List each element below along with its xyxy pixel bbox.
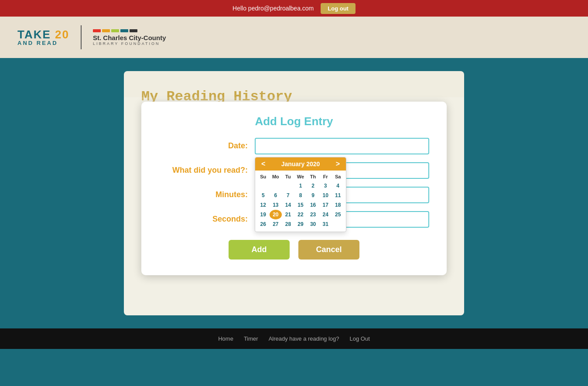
top-bar: Hello pedro@pedroalbea.com Log out bbox=[0, 0, 588, 17]
cal-day-4-6 bbox=[332, 219, 344, 229]
cal-day-1-0[interactable]: 5 bbox=[257, 191, 270, 200]
calendar-grid: Su Mo Tu We Th Fr Sa 1234567891011121314… bbox=[255, 171, 346, 232]
cal-next-button[interactable]: > bbox=[334, 160, 342, 168]
modal-overlay: Add Log Entry Date: < January 2020 > bbox=[124, 97, 464, 315]
cal-day-4-1[interactable]: 27 bbox=[270, 219, 282, 229]
cal-day-1-5[interactable]: 10 bbox=[319, 191, 332, 200]
content-card: My Reading History Add Log Entry Date: <… bbox=[124, 71, 464, 315]
color-block-orange bbox=[102, 29, 110, 32]
cal-day-0-5[interactable]: 3 bbox=[319, 181, 332, 191]
cal-day-2-0[interactable]: 12 bbox=[257, 200, 270, 210]
cal-day-2-6[interactable]: 18 bbox=[332, 200, 344, 210]
calendar-header: < January 2020 > bbox=[255, 157, 346, 171]
footer-link-logout[interactable]: Log Out bbox=[350, 335, 370, 342]
cal-day-0-3[interactable]: 1 bbox=[294, 181, 307, 191]
date-label: Date: bbox=[159, 138, 255, 150]
seconds-label: Seconds: bbox=[159, 211, 255, 224]
footer-link-readinglog[interactable]: Already have a reading log? bbox=[269, 335, 339, 342]
cal-day-3-0[interactable]: 19 bbox=[257, 210, 270, 219]
cal-day-4-4[interactable]: 30 bbox=[307, 219, 319, 229]
cal-day-3-1[interactable]: 20 bbox=[270, 210, 282, 219]
modal: Add Log Entry Date: < January 2020 > bbox=[141, 102, 447, 275]
logo-take-text: TAKE 20 bbox=[17, 29, 69, 40]
cal-day-4-5[interactable]: 31 bbox=[319, 219, 332, 229]
cal-dh-su: Su bbox=[257, 172, 270, 181]
logo-right: St. Charles City-County LIBRARY FOUNDATI… bbox=[93, 29, 166, 46]
cal-day-2-5[interactable]: 17 bbox=[319, 200, 332, 210]
cal-week-3: 19202122232425 bbox=[257, 210, 344, 219]
footer-link-home[interactable]: Home bbox=[218, 335, 233, 342]
color-block-dark bbox=[130, 29, 137, 32]
cal-day-0-2 bbox=[282, 181, 294, 191]
cal-dh-fr: Fr bbox=[319, 172, 332, 181]
footer: Home Timer Already have a reading log? L… bbox=[0, 328, 588, 349]
cal-day-0-6[interactable]: 4 bbox=[332, 181, 344, 191]
color-block-teal bbox=[120, 29, 128, 32]
logo-andread-text: AND READ bbox=[17, 40, 69, 46]
cal-day-1-4[interactable]: 9 bbox=[307, 191, 319, 200]
cal-day-3-2[interactable]: 21 bbox=[282, 210, 294, 219]
what-label: What did you read?: bbox=[159, 162, 255, 175]
cal-day-4-0[interactable]: 26 bbox=[257, 219, 270, 229]
cal-week-0: 1234 bbox=[257, 181, 344, 191]
cal-day-0-0 bbox=[257, 181, 270, 191]
color-block-red bbox=[93, 29, 101, 32]
color-bar bbox=[93, 29, 137, 32]
cal-prev-button[interactable]: < bbox=[260, 160, 267, 168]
library-name: St. Charles City-County bbox=[93, 34, 166, 41]
cal-week-1: 567891011 bbox=[257, 191, 344, 200]
logout-button[interactable]: Log out bbox=[321, 3, 356, 14]
cal-day-1-2[interactable]: 7 bbox=[282, 191, 294, 200]
cal-dh-mo: Mo bbox=[270, 172, 282, 181]
modal-title: Add Log Entry bbox=[159, 115, 429, 128]
logo-divider bbox=[81, 25, 82, 49]
cal-day-2-2[interactable]: 14 bbox=[282, 200, 294, 210]
cal-day-3-4[interactable]: 23 bbox=[307, 210, 319, 219]
logo: TAKE 20 AND READ St. Charles City-County… bbox=[17, 25, 166, 49]
cal-day-4-2[interactable]: 28 bbox=[282, 219, 294, 229]
date-row: Date: < January 2020 > bbox=[159, 138, 429, 154]
cal-day-2-3[interactable]: 15 bbox=[294, 200, 307, 210]
cal-day-1-3[interactable]: 8 bbox=[294, 191, 307, 200]
cal-week-4: 262728293031 bbox=[257, 219, 344, 229]
cal-day-0-4[interactable]: 2 bbox=[307, 181, 319, 191]
cal-month-label: January 2020 bbox=[281, 161, 320, 167]
cal-dh-sa: Sa bbox=[332, 172, 344, 181]
cal-dh-tu: Tu bbox=[282, 172, 294, 181]
cancel-button[interactable]: Cancel bbox=[298, 240, 359, 260]
cal-day-1-6[interactable]: 11 bbox=[332, 191, 344, 200]
cal-header-row: Su Mo Tu We Th Fr Sa bbox=[257, 172, 344, 181]
header: TAKE 20 AND READ St. Charles City-County… bbox=[0, 17, 588, 58]
cal-day-1-1[interactable]: 6 bbox=[270, 191, 282, 200]
cal-week-2: 12131415161718 bbox=[257, 200, 344, 210]
cal-day-0-1 bbox=[270, 181, 282, 191]
cal-day-2-1[interactable]: 13 bbox=[270, 200, 282, 210]
date-input-wrap: < January 2020 > Su Mo Tu We bbox=[255, 138, 429, 154]
cal-day-3-3[interactable]: 22 bbox=[294, 210, 307, 219]
calendar-dropdown: < January 2020 > Su Mo Tu We bbox=[255, 157, 346, 232]
foundation-text: LIBRARY FOUNDATION bbox=[93, 41, 160, 46]
footer-nav: Home Timer Already have a reading log? L… bbox=[0, 335, 588, 342]
cal-day-2-4[interactable]: 16 bbox=[307, 200, 319, 210]
cal-day-3-6[interactable]: 25 bbox=[332, 210, 344, 219]
modal-actions: Add Cancel bbox=[159, 240, 429, 260]
cal-day-3-5[interactable]: 24 bbox=[319, 210, 332, 219]
cal-dh-we: We bbox=[294, 172, 307, 181]
logo-take20: TAKE 20 AND READ bbox=[17, 29, 69, 46]
cal-dh-th: Th bbox=[307, 172, 319, 181]
greeting-text: Hello pedro@pedroalbea.com bbox=[232, 5, 314, 12]
main-content: My Reading History Add Log Entry Date: <… bbox=[0, 58, 588, 328]
footer-link-timer[interactable]: Timer bbox=[244, 335, 258, 342]
minutes-label: Minutes: bbox=[159, 187, 255, 199]
cal-day-4-3[interactable]: 29 bbox=[294, 219, 307, 229]
date-input[interactable] bbox=[255, 138, 429, 154]
cal-weeks-container: 1234567891011121314151617181920212223242… bbox=[257, 181, 344, 229]
color-block-green bbox=[111, 29, 119, 32]
add-button[interactable]: Add bbox=[229, 240, 290, 260]
